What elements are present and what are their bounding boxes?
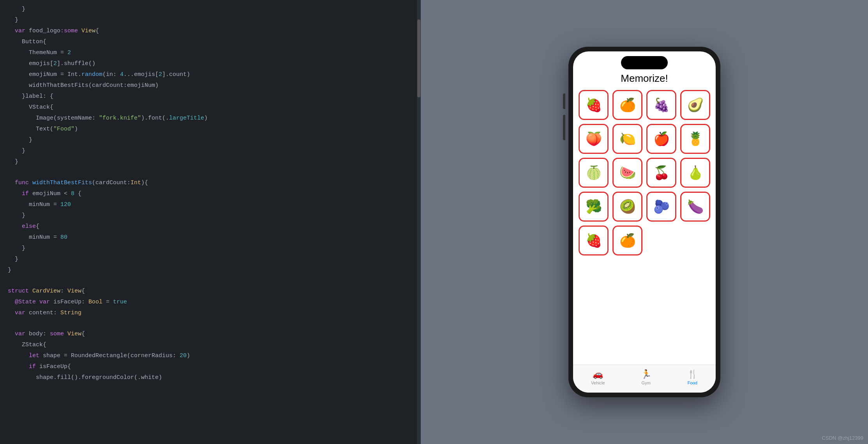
code-token: (in: <box>102 70 120 80</box>
code-line: @State var isFaceUp: Bool = true <box>0 297 421 308</box>
code-token: }label: { <box>8 92 53 102</box>
code-token: func <box>8 178 32 188</box>
card-item[interactable]: 🍍 <box>680 124 710 154</box>
code-token: @State <box>8 297 39 307</box>
card-item[interactable]: 🍓 <box>579 90 609 120</box>
tab-vehicle[interactable]: 🚗 Vehicle <box>591 369 605 385</box>
vehicle-icon: 🚗 <box>593 369 603 379</box>
code-line: VStack{ <box>0 102 421 113</box>
tab-food-label: Food <box>688 381 697 385</box>
phone-screen: Memorize! 🍓🍊🍇🥑🍑🍋🍎🍍🍈🍉🍒🍐🥦🥝🫐🍆🍓🍊 🚗 Vehicle 🏃… <box>573 51 716 393</box>
code-token: minNum = <box>8 200 60 210</box>
code-token: minNum = <box>8 233 60 243</box>
code-token: { <box>74 189 81 199</box>
code-token: "Food" <box>53 124 74 134</box>
code-token: ) <box>74 124 78 134</box>
card-item[interactable]: 🍆 <box>680 192 710 222</box>
code-token: { <box>36 222 39 232</box>
code-line: }label: { <box>0 91 421 102</box>
code-token: Bool <box>88 297 102 307</box>
code-token: var <box>8 26 29 36</box>
code-token: String <box>60 308 81 318</box>
code-token: { <box>81 329 85 339</box>
card-item[interactable]: 🍐 <box>680 158 710 188</box>
code-token: body: <box>29 329 50 339</box>
tab-bar: 🚗 Vehicle 🏃 Gym 🍴 Food <box>573 365 716 393</box>
code-token: 8 <box>71 189 74 199</box>
code-line: } <box>0 135 421 146</box>
tab-gym[interactable]: 🏃 Gym <box>641 369 651 385</box>
code-token: ].shuffle() <box>57 59 95 69</box>
code-token: } <box>8 254 18 264</box>
code-token: var <box>8 308 29 318</box>
code-line: emojis[2].shuffle() <box>0 58 421 69</box>
card-item[interactable]: 🍊 <box>612 90 642 120</box>
code-token: widthThatBestFits(cardCount:emojiNum) <box>8 81 159 91</box>
code-token: } <box>8 211 25 221</box>
code-token: ].count) <box>162 70 190 80</box>
code-token: food_logo <box>29 26 60 36</box>
code-token: } <box>8 15 18 25</box>
card-item[interactable]: 🥦 <box>579 192 609 222</box>
code-line: minNum = 120 <box>0 199 421 210</box>
card-item[interactable]: 🍊 <box>612 226 642 255</box>
code-token: else <box>8 222 36 232</box>
card-item[interactable]: 🫐 <box>646 192 676 222</box>
watermark: CSDN @zhj12399 <box>822 435 863 441</box>
code-token: 2 <box>67 48 71 58</box>
code-token: 4 <box>120 70 123 80</box>
code-token: View <box>81 26 95 36</box>
code-line: emojiNum = Int.random(in: 4...emojis[2].… <box>0 69 421 80</box>
code-token: View <box>67 286 81 296</box>
code-token: 120 <box>60 200 71 210</box>
tab-food[interactable]: 🍴 Food <box>687 369 698 385</box>
code-token: VStack{ <box>8 102 53 113</box>
code-line: Button{ <box>0 37 421 48</box>
card-item[interactable]: 🍑 <box>579 124 609 154</box>
scrollbar[interactable] <box>417 0 421 444</box>
tab-gym-label: Gym <box>642 381 651 385</box>
card-item[interactable]: 🍓 <box>579 226 609 255</box>
code-line: var body: some View{ <box>0 329 421 340</box>
code-token: { <box>95 26 99 36</box>
code-line: let shape = RoundedRectangle(cornerRadiu… <box>0 351 421 361</box>
code-token: true <box>113 297 127 307</box>
code-token: emojis[ <box>8 59 53 69</box>
code-token: CardView <box>32 286 60 296</box>
code-token: :some <box>60 26 81 36</box>
code-token: emojiNum = Int. <box>8 70 81 80</box>
code-line: ThemeNum = 2 <box>0 48 421 58</box>
card-item[interactable]: 🥑 <box>680 90 710 120</box>
card-item[interactable]: 🥝 <box>612 192 642 222</box>
code-token: widthThatBestFits <box>32 178 92 188</box>
code-token: } <box>8 4 25 14</box>
code-token: } <box>8 243 25 254</box>
code-line: widthThatBestFits(cardCount:emojiNum) <box>0 80 421 91</box>
code-line: shape.fill().foregroundColor(.white) <box>0 372 421 383</box>
code-token: 2 <box>53 59 57 69</box>
gym-icon: 🏃 <box>641 369 651 379</box>
code-token: Int <box>131 178 141 188</box>
card-item[interactable]: 🍒 <box>646 158 676 188</box>
card-item[interactable]: 🍈 <box>579 158 609 188</box>
code-token: var <box>8 329 29 339</box>
card-item[interactable]: 🍇 <box>646 90 676 120</box>
code-token: largeTitle <box>169 113 204 123</box>
card-item[interactable]: 🍉 <box>612 158 642 188</box>
code-line: var content: String <box>0 308 421 319</box>
code-line: } <box>0 210 421 221</box>
card-item[interactable]: 🍋 <box>612 124 642 154</box>
code-token: Image(systemName: <box>8 113 99 123</box>
code-line: func widthThatBestFits(cardCount:Int){ <box>0 178 421 189</box>
code-token: ) <box>204 113 208 123</box>
cards-grid[interactable]: 🍓🍊🍇🥑🍑🍋🍎🍍🍈🍉🍒🍐🥦🥝🫐🍆🍓🍊 <box>573 87 716 365</box>
code-token: ) <box>187 351 190 361</box>
code-token: Text( <box>8 124 53 134</box>
code-line: if isFaceUp{ <box>0 361 421 372</box>
code-token: ){ <box>141 178 148 188</box>
card-item[interactable]: 🍎 <box>646 124 676 154</box>
code-line <box>0 319 421 329</box>
phone-panel: Memorize! 🍓🍊🍇🥑🍑🍋🍎🍍🍈🍉🍒🍐🥦🥝🫐🍆🍓🍊 🚗 Vehicle 🏃… <box>421 0 868 444</box>
code-token: (cardCount: <box>92 178 131 188</box>
code-token: some <box>50 329 67 339</box>
